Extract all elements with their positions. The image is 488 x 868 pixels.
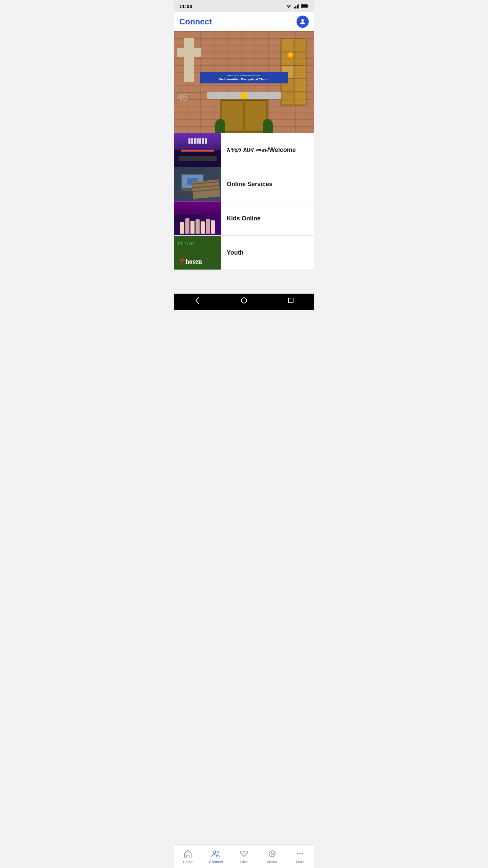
door-light bbox=[241, 92, 247, 99]
item-text-services: Online Services bbox=[221, 181, 314, 188]
svg-rect-1 bbox=[296, 6, 297, 8]
item-title-welcome: እንኳን ደህና መጡ/Welcome bbox=[227, 146, 296, 153]
hero-image: 45 መድኃኔ ዓለም ወንጌላዊት ቤተክርስቲያን Medhane-Alem… bbox=[174, 31, 314, 133]
item-text-youth: Youth bbox=[221, 249, 314, 256]
item-text-welcome: እንኳን ደህና መጡ/Welcome bbox=[221, 146, 314, 154]
book-decoration bbox=[192, 180, 220, 199]
list-item-youth[interactable]: Warriors ✝ hosen Youth bbox=[174, 236, 314, 270]
plant-left bbox=[215, 119, 225, 133]
list-item-welcome[interactable]: እንኳን ደህና መጡ/Welcome bbox=[174, 133, 314, 167]
church-doors bbox=[220, 99, 268, 133]
svg-rect-2 bbox=[297, 5, 298, 8]
system-nav-bar bbox=[174, 294, 314, 310]
svg-point-7 bbox=[301, 19, 304, 21]
item-title-services: Online Services bbox=[227, 181, 272, 188]
wifi-icon bbox=[286, 4, 292, 8]
plant-right bbox=[263, 119, 273, 133]
thumbnail-kids bbox=[174, 201, 221, 235]
thumb-welcome-bg bbox=[174, 133, 221, 167]
thumbnail-welcome bbox=[174, 133, 221, 167]
thumb-services-bg bbox=[174, 167, 221, 201]
light-fixture bbox=[287, 52, 294, 58]
page-title: Connect bbox=[179, 17, 212, 26]
svg-rect-5 bbox=[308, 5, 308, 7]
profile-button[interactable] bbox=[297, 16, 309, 28]
warriors-label: Warriors bbox=[177, 241, 195, 246]
thumb-kids-bg bbox=[174, 201, 221, 235]
list-item-services[interactable]: Online Services bbox=[174, 167, 314, 201]
content-list: እንኳን ደህና መጡ/Welcome bbox=[174, 133, 314, 270]
item-title-kids: Kids Online bbox=[227, 215, 261, 222]
church-sign-amharic: መድኃኔ ዓለም ወንጌላዊት ቤተክርስቲያን bbox=[204, 74, 284, 77]
status-time: 11:03 bbox=[179, 3, 192, 9]
back-button[interactable] bbox=[193, 296, 201, 304]
app-header: Connect bbox=[174, 12, 314, 31]
svg-rect-6 bbox=[302, 5, 307, 7]
status-bar: 11:03 bbox=[174, 0, 314, 12]
item-title-youth: Youth bbox=[227, 249, 244, 256]
user-icon bbox=[299, 18, 306, 25]
cross-decoration bbox=[184, 38, 194, 82]
thumbnail-youth: Warriors ✝ hosen bbox=[174, 236, 221, 270]
church-sign: መድኃኔ ዓለም ወንጌላዊት ቤተክርስቲያን Medhane-Alem Ev… bbox=[200, 72, 288, 83]
item-text-kids: Kids Online bbox=[221, 215, 314, 222]
signal-icon bbox=[294, 4, 299, 8]
church-sign-english: Medhane-Alem Evangelical Church bbox=[204, 77, 284, 82]
kids-figures bbox=[180, 218, 215, 234]
thumb-youth-bg: Warriors ✝ hosen bbox=[174, 236, 221, 270]
battery-icon bbox=[301, 4, 309, 8]
page-content: 45 መድኃኔ ዓለም ወንጌላዊት ቤተክርስቲያን Medhane-Alem… bbox=[174, 31, 314, 294]
home-button[interactable] bbox=[240, 296, 248, 304]
svg-rect-3 bbox=[299, 4, 300, 8]
thumbnail-services bbox=[174, 167, 221, 201]
recents-button[interactable] bbox=[287, 296, 295, 304]
status-icons bbox=[286, 4, 309, 8]
address-number: 45 bbox=[177, 92, 188, 103]
list-item-kids[interactable]: Kids Online bbox=[174, 201, 314, 236]
svg-rect-0 bbox=[294, 7, 295, 8]
